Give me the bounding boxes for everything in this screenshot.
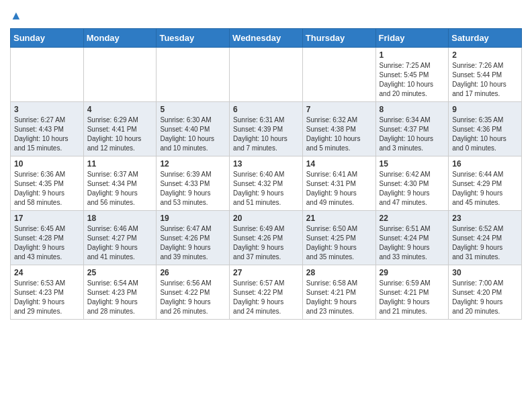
day-info: Sunrise: 6:30 AM Sunset: 4:40 PM Dayligh… (160, 116, 226, 153)
calendar-day-cell (157, 47, 230, 101)
calendar-day-cell: 6Sunrise: 6:31 AM Sunset: 4:39 PM Daylig… (230, 101, 303, 156)
calendar-day-cell: 5Sunrise: 6:30 AM Sunset: 4:40 PM Daylig… (157, 101, 230, 156)
calendar-day-cell (230, 47, 303, 101)
calendar-day-cell: 20Sunrise: 6:49 AM Sunset: 4:26 PM Dayli… (230, 210, 303, 265)
calendar-day-cell: 14Sunrise: 6:41 AM Sunset: 4:31 PM Dayli… (302, 156, 375, 210)
logo: ▲ (10, 9, 22, 23)
calendar-day-cell: 17Sunrise: 6:45 AM Sunset: 4:28 PM Dayli… (11, 210, 84, 265)
day-number: 11 (87, 159, 153, 169)
page: ▲ SundayMondayTuesdayWednesdayThursdayFr… (0, 0, 532, 330)
calendar-day-cell: 23Sunrise: 6:52 AM Sunset: 4:24 PM Dayli… (449, 210, 522, 265)
day-number: 17 (14, 214, 80, 223)
day-number: 2 (452, 50, 518, 60)
day-info: Sunrise: 7:26 AM Sunset: 5:44 PM Dayligh… (452, 61, 518, 99)
calendar-day-cell: 3Sunrise: 6:27 AM Sunset: 4:43 PM Daylig… (11, 101, 84, 156)
day-info: Sunrise: 6:36 AM Sunset: 4:35 PM Dayligh… (14, 170, 80, 208)
day-info: Sunrise: 7:00 AM Sunset: 4:20 PM Dayligh… (452, 279, 518, 316)
calendar-day-cell (11, 47, 84, 101)
day-number: 20 (233, 214, 299, 223)
day-info: Sunrise: 6:40 AM Sunset: 4:32 PM Dayligh… (233, 170, 299, 208)
calendar-day-cell: 4Sunrise: 6:29 AM Sunset: 4:41 PM Daylig… (83, 101, 157, 156)
logo-icon: ▲ (10, 9, 22, 22)
calendar-day-cell: 15Sunrise: 6:42 AM Sunset: 4:30 PM Dayli… (375, 156, 449, 210)
day-info: Sunrise: 6:58 AM Sunset: 4:21 PM Dayligh… (306, 279, 372, 316)
day-info: Sunrise: 6:50 AM Sunset: 4:25 PM Dayligh… (306, 224, 372, 262)
calendar-day-cell: 26Sunrise: 6:56 AM Sunset: 4:22 PM Dayli… (157, 265, 230, 319)
day-info: Sunrise: 6:49 AM Sunset: 4:26 PM Dayligh… (233, 224, 299, 262)
calendar-week-row: 3Sunrise: 6:27 AM Sunset: 4:43 PM Daylig… (11, 101, 522, 156)
day-number: 28 (306, 268, 372, 277)
calendar-day-cell: 10Sunrise: 6:36 AM Sunset: 4:35 PM Dayli… (11, 156, 84, 210)
day-number: 5 (160, 105, 226, 114)
weekday-header-saturday: Saturday (449, 28, 522, 47)
day-number: 27 (233, 268, 299, 277)
day-number: 23 (452, 214, 518, 223)
calendar-day-cell: 11Sunrise: 6:37 AM Sunset: 4:34 PM Dayli… (83, 156, 157, 210)
weekday-header-friday: Friday (375, 28, 449, 47)
weekday-header-tuesday: Tuesday (157, 28, 230, 47)
weekday-header-row: SundayMondayTuesdayWednesdayThursdayFrid… (11, 28, 522, 47)
day-info: Sunrise: 6:29 AM Sunset: 4:41 PM Dayligh… (87, 116, 153, 153)
day-number: 29 (380, 268, 445, 277)
day-number: 25 (87, 268, 153, 277)
calendar-day-cell: 24Sunrise: 6:53 AM Sunset: 4:23 PM Dayli… (11, 265, 84, 319)
day-info: Sunrise: 6:32 AM Sunset: 4:38 PM Dayligh… (306, 116, 372, 153)
day-number: 10 (14, 159, 80, 169)
day-number: 22 (380, 214, 445, 223)
day-number: 21 (306, 214, 372, 223)
calendar-day-cell: 9Sunrise: 6:35 AM Sunset: 4:36 PM Daylig… (449, 101, 522, 156)
day-number: 30 (452, 268, 518, 277)
calendar-table: SundayMondayTuesdayWednesdayThursdayFrid… (10, 28, 522, 320)
day-number: 1 (380, 50, 445, 60)
day-number: 26 (160, 268, 226, 277)
calendar-day-cell: 2Sunrise: 7:26 AM Sunset: 5:44 PM Daylig… (449, 47, 522, 101)
day-info: Sunrise: 6:53 AM Sunset: 4:23 PM Dayligh… (14, 279, 80, 316)
calendar-day-cell: 30Sunrise: 7:00 AM Sunset: 4:20 PM Dayli… (449, 265, 522, 319)
day-number: 4 (87, 105, 153, 114)
calendar-day-cell: 1Sunrise: 7:25 AM Sunset: 5:45 PM Daylig… (375, 47, 449, 101)
day-info: Sunrise: 6:37 AM Sunset: 4:34 PM Dayligh… (87, 170, 153, 208)
calendar-day-cell: 18Sunrise: 6:46 AM Sunset: 4:27 PM Dayli… (83, 210, 157, 265)
day-number: 14 (306, 159, 372, 169)
day-info: Sunrise: 6:54 AM Sunset: 4:23 PM Dayligh… (87, 279, 153, 316)
day-number: 12 (160, 159, 226, 169)
day-number: 19 (160, 214, 226, 223)
day-info: Sunrise: 6:34 AM Sunset: 4:37 PM Dayligh… (380, 116, 445, 153)
day-info: Sunrise: 6:27 AM Sunset: 4:43 PM Dayligh… (14, 116, 80, 153)
day-number: 8 (380, 105, 445, 114)
day-number: 18 (87, 214, 153, 223)
day-info: Sunrise: 6:47 AM Sunset: 4:26 PM Dayligh… (160, 224, 226, 262)
day-number: 7 (306, 105, 372, 114)
weekday-header-thursday: Thursday (302, 28, 375, 47)
calendar-day-cell: 28Sunrise: 6:58 AM Sunset: 4:21 PM Dayli… (302, 265, 375, 319)
day-number: 9 (452, 105, 518, 114)
day-info: Sunrise: 6:41 AM Sunset: 4:31 PM Dayligh… (306, 170, 372, 208)
calendar-week-row: 17Sunrise: 6:45 AM Sunset: 4:28 PM Dayli… (11, 210, 522, 265)
calendar-day-cell: 25Sunrise: 6:54 AM Sunset: 4:23 PM Dayli… (83, 265, 157, 319)
calendar-day-cell: 7Sunrise: 6:32 AM Sunset: 4:38 PM Daylig… (302, 101, 375, 156)
calendar-day-cell: 12Sunrise: 6:39 AM Sunset: 4:33 PM Dayli… (157, 156, 230, 210)
day-info: Sunrise: 6:39 AM Sunset: 4:33 PM Dayligh… (160, 170, 226, 208)
day-info: Sunrise: 6:42 AM Sunset: 4:30 PM Dayligh… (380, 170, 445, 208)
calendar-day-cell (83, 47, 157, 101)
day-number: 13 (233, 159, 299, 169)
day-info: Sunrise: 7:25 AM Sunset: 5:45 PM Dayligh… (380, 61, 445, 99)
calendar-week-row: 24Sunrise: 6:53 AM Sunset: 4:23 PM Dayli… (11, 265, 522, 319)
day-info: Sunrise: 6:31 AM Sunset: 4:39 PM Dayligh… (233, 116, 299, 153)
header: ▲ (10, 7, 522, 23)
day-number: 15 (380, 159, 445, 169)
weekday-header-wednesday: Wednesday (230, 28, 303, 47)
calendar-day-cell: 22Sunrise: 6:51 AM Sunset: 4:24 PM Dayli… (375, 210, 449, 265)
day-info: Sunrise: 6:57 AM Sunset: 4:22 PM Dayligh… (233, 279, 299, 316)
calendar-day-cell: 8Sunrise: 6:34 AM Sunset: 4:37 PM Daylig… (375, 101, 449, 156)
day-info: Sunrise: 6:59 AM Sunset: 4:21 PM Dayligh… (380, 279, 445, 316)
day-number: 3 (14, 105, 80, 114)
day-info: Sunrise: 6:51 AM Sunset: 4:24 PM Dayligh… (380, 224, 445, 262)
calendar-day-cell: 19Sunrise: 6:47 AM Sunset: 4:26 PM Dayli… (157, 210, 230, 265)
day-number: 16 (452, 159, 518, 169)
day-info: Sunrise: 6:46 AM Sunset: 4:27 PM Dayligh… (87, 224, 153, 262)
day-info: Sunrise: 6:44 AM Sunset: 4:29 PM Dayligh… (452, 170, 518, 208)
weekday-header-monday: Monday (83, 28, 157, 47)
calendar-day-cell: 27Sunrise: 6:57 AM Sunset: 4:22 PM Dayli… (230, 265, 303, 319)
day-info: Sunrise: 6:45 AM Sunset: 4:28 PM Dayligh… (14, 224, 80, 262)
